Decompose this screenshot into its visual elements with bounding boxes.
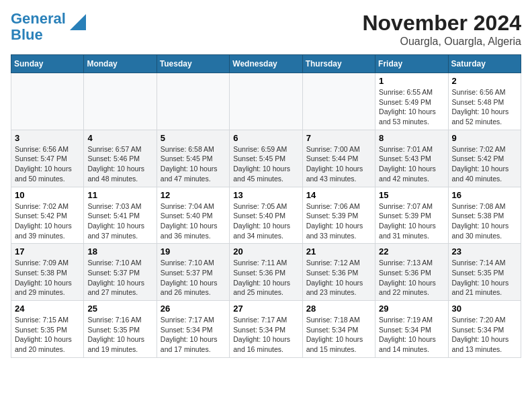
day-detail: Sunrise: 7:07 AM Sunset: 5:39 PM Dayligh… xyxy=(379,201,444,241)
calendar-cell xyxy=(157,73,229,130)
calendar-cell: 24Sunrise: 7:15 AM Sunset: 5:35 PM Dayli… xyxy=(11,301,84,358)
weekday-header: Friday xyxy=(375,55,448,73)
day-detail: Sunrise: 7:17 AM Sunset: 5:34 PM Dayligh… xyxy=(161,315,226,355)
calendar-cell xyxy=(302,73,375,130)
calendar-cell: 18Sunrise: 7:10 AM Sunset: 5:37 PM Dayli… xyxy=(84,244,157,301)
calendar-title: November 2024 xyxy=(362,11,521,36)
calendar-cell: 15Sunrise: 7:07 AM Sunset: 5:39 PM Dayli… xyxy=(375,187,448,244)
calendar-cell: 21Sunrise: 7:12 AM Sunset: 5:36 PM Dayli… xyxy=(302,244,375,301)
day-detail: Sunrise: 7:20 AM Sunset: 5:34 PM Dayligh… xyxy=(452,315,517,355)
day-detail: Sunrise: 7:18 AM Sunset: 5:34 PM Dayligh… xyxy=(306,315,371,355)
svg-marker-0 xyxy=(70,14,86,30)
day-number: 13 xyxy=(233,190,298,200)
day-number: 22 xyxy=(379,246,444,257)
weekday-header: Tuesday xyxy=(157,55,229,73)
calendar-cell: 17Sunrise: 7:09 AM Sunset: 5:38 PM Dayli… xyxy=(11,244,84,301)
day-detail: Sunrise: 7:02 AM Sunset: 5:42 PM Dayligh… xyxy=(452,144,517,184)
day-number: 17 xyxy=(15,246,80,257)
day-number: 25 xyxy=(87,304,152,314)
day-detail: Sunrise: 7:14 AM Sunset: 5:35 PM Dayligh… xyxy=(452,258,517,298)
calendar-week-row: 10Sunrise: 7:02 AM Sunset: 5:42 PM Dayli… xyxy=(11,187,521,244)
day-detail: Sunrise: 6:59 AM Sunset: 5:45 PM Dayligh… xyxy=(233,144,298,184)
calendar-cell: 30Sunrise: 7:20 AM Sunset: 5:34 PM Dayli… xyxy=(448,301,521,358)
calendar-week-row: 17Sunrise: 7:09 AM Sunset: 5:38 PM Dayli… xyxy=(11,244,521,301)
day-number: 23 xyxy=(452,246,517,257)
calendar-week-row: 3Sunrise: 6:56 AM Sunset: 5:47 PM Daylig… xyxy=(11,130,521,187)
day-detail: Sunrise: 7:02 AM Sunset: 5:42 PM Dayligh… xyxy=(15,201,80,241)
day-detail: Sunrise: 7:09 AM Sunset: 5:38 PM Dayligh… xyxy=(15,258,80,298)
calendar-cell: 16Sunrise: 7:08 AM Sunset: 5:38 PM Dayli… xyxy=(448,187,521,244)
day-detail: Sunrise: 7:05 AM Sunset: 5:40 PM Dayligh… xyxy=(233,201,298,241)
day-detail: Sunrise: 6:57 AM Sunset: 5:46 PM Dayligh… xyxy=(87,144,152,184)
day-number: 14 xyxy=(306,190,371,200)
day-detail: Sunrise: 7:15 AM Sunset: 5:35 PM Dayligh… xyxy=(15,315,80,355)
day-detail: Sunrise: 6:56 AM Sunset: 5:48 PM Dayligh… xyxy=(452,87,517,127)
day-number: 6 xyxy=(233,133,298,143)
calendar-cell: 12Sunrise: 7:04 AM Sunset: 5:40 PM Dayli… xyxy=(157,187,229,244)
calendar-cell: 26Sunrise: 7:17 AM Sunset: 5:34 PM Dayli… xyxy=(157,301,229,358)
day-detail: Sunrise: 7:11 AM Sunset: 5:36 PM Dayligh… xyxy=(233,258,298,298)
day-detail: Sunrise: 7:00 AM Sunset: 5:44 PM Dayligh… xyxy=(306,144,371,184)
weekday-header: Saturday xyxy=(448,55,521,73)
day-detail: Sunrise: 7:12 AM Sunset: 5:36 PM Dayligh… xyxy=(306,258,371,298)
calendar-cell: 28Sunrise: 7:18 AM Sunset: 5:34 PM Dayli… xyxy=(302,301,375,358)
header: GeneralBlue November 2024 Ouargla, Ouarg… xyxy=(11,11,521,48)
calendar-cell: 5Sunrise: 6:58 AM Sunset: 5:45 PM Daylig… xyxy=(157,130,229,187)
day-number: 12 xyxy=(161,190,226,200)
day-number: 9 xyxy=(452,133,517,143)
calendar-cell: 10Sunrise: 7:02 AM Sunset: 5:42 PM Dayli… xyxy=(11,187,84,244)
weekday-header: Wednesday xyxy=(230,55,302,73)
logo-arrow-icon xyxy=(67,14,86,33)
day-detail: Sunrise: 7:19 AM Sunset: 5:34 PM Dayligh… xyxy=(379,315,444,355)
calendar-table: SundayMondayTuesdayWednesdayThursdayFrid… xyxy=(11,54,521,358)
day-number: 15 xyxy=(379,190,444,200)
day-number: 5 xyxy=(161,133,226,143)
day-number: 19 xyxy=(161,246,226,257)
calendar-week-row: 24Sunrise: 7:15 AM Sunset: 5:35 PM Dayli… xyxy=(11,301,521,358)
calendar-cell xyxy=(230,73,302,130)
day-detail: Sunrise: 7:16 AM Sunset: 5:35 PM Dayligh… xyxy=(87,315,152,355)
day-detail: Sunrise: 6:55 AM Sunset: 5:49 PM Dayligh… xyxy=(379,87,444,127)
day-detail: Sunrise: 7:13 AM Sunset: 5:36 PM Dayligh… xyxy=(379,258,444,298)
day-number: 8 xyxy=(379,133,444,143)
calendar-cell: 8Sunrise: 7:01 AM Sunset: 5:43 PM Daylig… xyxy=(375,130,448,187)
day-number: 7 xyxy=(306,133,371,143)
day-number: 16 xyxy=(452,190,517,200)
day-number: 30 xyxy=(452,304,517,314)
day-detail: Sunrise: 7:01 AM Sunset: 5:43 PM Dayligh… xyxy=(379,144,444,184)
day-number: 26 xyxy=(161,304,226,314)
calendar-cell: 25Sunrise: 7:16 AM Sunset: 5:35 PM Dayli… xyxy=(84,301,157,358)
logo: GeneralBlue xyxy=(11,11,86,43)
calendar-cell: 29Sunrise: 7:19 AM Sunset: 5:34 PM Dayli… xyxy=(375,301,448,358)
weekday-header: Sunday xyxy=(11,55,84,73)
calendar-cell: 6Sunrise: 6:59 AM Sunset: 5:45 PM Daylig… xyxy=(230,130,302,187)
day-detail: Sunrise: 7:17 AM Sunset: 5:34 PM Dayligh… xyxy=(233,315,298,355)
day-number: 24 xyxy=(15,304,80,314)
calendar-week-row: 1Sunrise: 6:55 AM Sunset: 5:49 PM Daylig… xyxy=(11,73,521,130)
day-number: 20 xyxy=(233,246,298,257)
title-block: November 2024 Ouargla, Ouargla, Algeria xyxy=(362,11,521,48)
weekday-header-row: SundayMondayTuesdayWednesdayThursdayFrid… xyxy=(11,55,521,73)
logo-text: GeneralBlue xyxy=(11,11,66,43)
calendar-cell: 1Sunrise: 6:55 AM Sunset: 5:49 PM Daylig… xyxy=(375,73,448,130)
calendar-cell: 9Sunrise: 7:02 AM Sunset: 5:42 PM Daylig… xyxy=(448,130,521,187)
day-detail: Sunrise: 7:10 AM Sunset: 5:37 PM Dayligh… xyxy=(161,258,226,298)
day-number: 28 xyxy=(306,304,371,314)
day-detail: Sunrise: 7:06 AM Sunset: 5:39 PM Dayligh… xyxy=(306,201,371,241)
calendar-cell: 13Sunrise: 7:05 AM Sunset: 5:40 PM Dayli… xyxy=(230,187,302,244)
day-number: 10 xyxy=(15,190,80,200)
day-detail: Sunrise: 7:04 AM Sunset: 5:40 PM Dayligh… xyxy=(161,201,226,241)
calendar-subtitle: Ouargla, Ouargla, Algeria xyxy=(362,36,521,48)
calendar-cell: 27Sunrise: 7:17 AM Sunset: 5:34 PM Dayli… xyxy=(230,301,302,358)
day-number: 29 xyxy=(379,304,444,314)
calendar-cell: 14Sunrise: 7:06 AM Sunset: 5:39 PM Dayli… xyxy=(302,187,375,244)
calendar-cell: 19Sunrise: 7:10 AM Sunset: 5:37 PM Dayli… xyxy=(157,244,229,301)
calendar-cell: 11Sunrise: 7:03 AM Sunset: 5:41 PM Dayli… xyxy=(84,187,157,244)
day-detail: Sunrise: 6:58 AM Sunset: 5:45 PM Dayligh… xyxy=(161,144,226,184)
weekday-header: Monday xyxy=(84,55,157,73)
calendar-cell: 22Sunrise: 7:13 AM Sunset: 5:36 PM Dayli… xyxy=(375,244,448,301)
calendar-cell: 23Sunrise: 7:14 AM Sunset: 5:35 PM Dayli… xyxy=(448,244,521,301)
calendar-cell: 4Sunrise: 6:57 AM Sunset: 5:46 PM Daylig… xyxy=(84,130,157,187)
day-number: 27 xyxy=(233,304,298,314)
day-number: 2 xyxy=(452,76,517,86)
